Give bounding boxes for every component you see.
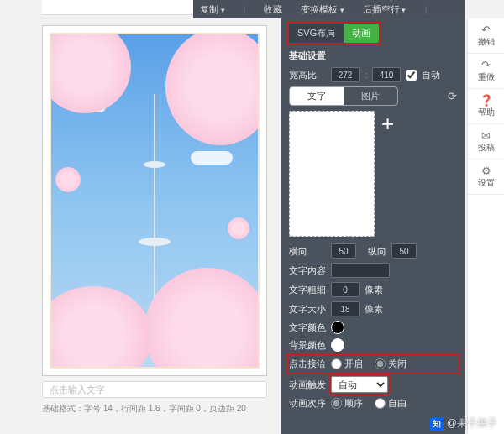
aspect-width-input[interactable]	[331, 67, 360, 82]
v-spacing-label: 纵向	[368, 245, 386, 258]
add-content-button[interactable]: +	[381, 112, 394, 134]
toolbar-copy[interactable]: 复制	[200, 3, 225, 16]
content-thumbnail[interactable]	[289, 111, 375, 237]
text-input-placeholder[interactable]: 点击输入文字	[42, 381, 267, 398]
toolbar-divider-icon: |	[244, 4, 246, 14]
bg-color-swatch[interactable]	[331, 338, 344, 352]
rail-undo-button[interactable]: ↶撤销	[468, 18, 504, 54]
right-rail: ↶撤销 ↷重做 ❓帮助 ✉投稿 ⚙设置	[467, 18, 504, 434]
sequence-free-label: 自由	[388, 397, 407, 410]
section-basic-title: 基础设置	[289, 50, 457, 62]
text-content-label: 文字内容	[289, 264, 326, 277]
aspect-sep: :	[365, 70, 367, 80]
tab-svg-layout[interactable]: SVG布局	[289, 24, 344, 43]
rail-redo-button[interactable]: ↷重做	[468, 54, 504, 89]
submit-icon: ✉	[481, 130, 491, 141]
text-weight-unit: 像素	[365, 284, 383, 296]
text-weight-input[interactable]	[331, 282, 360, 297]
media-tab-image[interactable]: 图片	[344, 87, 397, 105]
text-size-input[interactable]	[331, 301, 360, 316]
canvas-frame[interactable]	[42, 25, 267, 376]
sequence-order-radio[interactable]	[331, 398, 342, 409]
bg-color-label: 背景颜色	[289, 339, 326, 352]
h-spacing-label: 横向	[289, 245, 326, 258]
rail-help-button[interactable]: ❓帮助	[468, 89, 504, 124]
sequence-free-radio[interactable]	[375, 398, 386, 409]
settings-icon: ⚙	[481, 165, 491, 176]
text-color-swatch[interactable]	[331, 321, 344, 334]
trigger-select[interactable]: 自动	[331, 376, 388, 393]
text-content-input[interactable]	[331, 263, 390, 278]
text-weight-label: 文字粗细	[289, 284, 326, 296]
media-tab-text[interactable]: 文字	[290, 87, 344, 105]
redo-icon: ↷	[481, 60, 491, 71]
tab-animation[interactable]: 动画	[344, 24, 379, 43]
refresh-icon[interactable]: ⟳	[448, 90, 457, 102]
aspect-label: 宽高比	[289, 69, 326, 81]
v-spacing-input[interactable]	[391, 243, 417, 259]
click-contact-label: 点击接洽	[289, 358, 326, 370]
aspect-height-input[interactable]	[372, 67, 401, 82]
baseline-info: 基础格式：字号 14，行间距 1.6，字间距 0，页边距 20	[42, 403, 277, 415]
undo-icon: ↶	[481, 24, 491, 35]
toolbar-back-blank[interactable]: 后插空行	[363, 3, 407, 16]
aspect-auto-checkbox[interactable]	[406, 70, 417, 81]
toolbar-favorite[interactable]: 收藏	[264, 3, 282, 16]
toolbar-transform[interactable]: 变换模板	[301, 3, 344, 16]
text-color-label: 文字颜色	[289, 322, 326, 334]
properties-panel: SVG布局 动画 基础设置 宽高比 : 自动 文字 图片 ⟳ + 横向 纵向 文…	[281, 18, 465, 434]
text-size-label: 文字大小	[289, 303, 326, 316]
sequence-label: 动画次序	[289, 397, 326, 410]
text-size-unit: 像素	[365, 303, 383, 316]
h-spacing-input[interactable]	[331, 243, 356, 259]
rail-settings-button[interactable]: ⚙设置	[468, 159, 504, 195]
toolbar-divider-icon: |	[424, 4, 427, 14]
rail-submit-button[interactable]: ✉投稿	[468, 124, 504, 159]
contact-off-label: 关闭	[388, 358, 407, 370]
contact-off-radio[interactable]	[375, 358, 386, 369]
contact-on-label: 开启	[344, 358, 363, 370]
trigger-label: 动画触发	[289, 379, 326, 391]
sequence-order-label: 顺序	[344, 397, 363, 410]
aspect-auto-label: 自动	[422, 69, 440, 81]
contact-on-radio[interactable]	[331, 358, 342, 369]
help-icon: ❓	[480, 95, 493, 106]
